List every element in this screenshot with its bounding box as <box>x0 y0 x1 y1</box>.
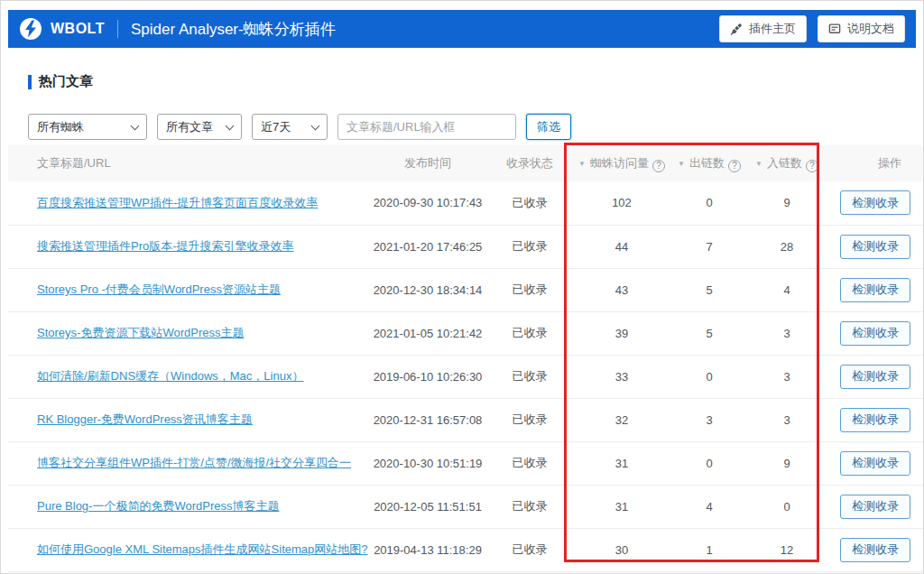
article-link-cell: 博客社交分享组件WP插件-打赏/点赞/微海报/社交分享四合一 <box>8 441 369 485</box>
table-row: 搜索推送管理插件Pro版本-提升搜索引擎收录效率2021-01-20 17:46… <box>8 225 924 268</box>
index-status: 已收录 <box>486 485 573 528</box>
outlinks-count: 4 <box>670 485 748 528</box>
check-index-button[interactable]: 检测收录 <box>840 408 910 432</box>
spider-visits: 33 <box>573 355 670 398</box>
check-index-button-cell: 检测收录 <box>826 485 924 528</box>
sort-desc-icon[interactable]: ▼ <box>755 160 762 168</box>
column-header-action: 操作 <box>826 145 924 181</box>
plugin-home-button[interactable]: 插件主页 <box>719 15 807 42</box>
help-icon[interactable]: ? <box>728 160 741 172</box>
article-link[interactable]: 如何使用Google XML Sitemaps插件生成网站Sitemap网站地图… <box>37 542 368 556</box>
article-link-cell: Storeys Pro -付费会员制WordPress资源站主题 <box>8 268 369 311</box>
outlinks-count: 3 <box>670 398 748 441</box>
column-header-index-status: 收录状态 <box>486 145 573 181</box>
search-input[interactable] <box>337 114 516 140</box>
column-label: 蜘蛛访问量 <box>590 156 649 170</box>
header-divider <box>117 20 118 38</box>
column-header-spider-visits[interactable]: ▼蜘蛛访问量? <box>573 145 670 181</box>
inlinks-count: 3 <box>748 398 826 441</box>
publish-date: 2021-01-05 10:21:42 <box>369 311 486 355</box>
plugin-title: Spider Analyser-蜘蛛分析插件 <box>131 19 336 40</box>
spider-visits: 39 <box>573 311 670 355</box>
inlinks-count: 3 <box>748 355 826 398</box>
article-link[interactable]: 百度搜索推送管理WP插件-提升博客页面百度收录效率 <box>37 196 318 209</box>
inlinks-count: 9 <box>748 441 826 485</box>
check-index-button-cell: 检测收录 <box>826 268 924 311</box>
inlinks-count: 9 <box>748 181 826 225</box>
articles-tbody: 百度搜索推送管理WP插件-提升博客页面百度收录效率2020-09-30 10:1… <box>8 181 924 571</box>
index-status: 已收录 <box>486 528 573 571</box>
check-index-button[interactable]: 检测收录 <box>840 495 910 519</box>
table-row: 如何清除/刷新DNS缓存（Windows，Mac，Linux）2019-06-1… <box>8 355 924 398</box>
article-link[interactable]: Storeys-免费资源下载站WordPress主题 <box>37 326 244 339</box>
table-row: 博客社交分享组件WP插件-打赏/点赞/微海报/社交分享四合一2020-10-30… <box>8 441 924 485</box>
table-row: Storeys Pro -付费会员制WordPress资源站主题2020-12-… <box>8 268 924 311</box>
spider-visits: 43 <box>573 268 670 311</box>
spider-visits: 32 <box>573 398 670 441</box>
outlinks-count: 0 <box>670 181 748 225</box>
article-link-cell: Storeys-免费资源下载站WordPress主题 <box>8 311 369 355</box>
check-index-button[interactable]: 检测收录 <box>840 190 910 215</box>
check-index-button-cell: 检测收录 <box>826 225 924 268</box>
hot-articles-table: 文章标题/URL 发布时间 收录状态 ▼蜘蛛访问量? ▼出链数? ▼入链数? 操… <box>8 145 916 572</box>
check-index-button[interactable]: 检测收录 <box>840 321 910 346</box>
index-status: 已收录 <box>486 268 573 311</box>
article-link[interactable]: 如何清除/刷新DNS缓存（Windows，Mac，Linux） <box>37 369 303 383</box>
section-heading: 热门文章 <box>28 73 93 90</box>
check-index-button-cell: 检测收录 <box>826 181 924 225</box>
check-index-button[interactable]: 检测收录 <box>840 451 910 476</box>
article-link-cell: 搜索推送管理插件Pro版本-提升搜索引擎收录效率 <box>8 225 369 268</box>
index-status: 已收录 <box>486 225 573 268</box>
sort-desc-icon[interactable]: ▼ <box>678 160 685 168</box>
spider-visits: 30 <box>573 528 670 571</box>
check-index-button-cell: 检测收录 <box>826 355 924 398</box>
article-type-select[interactable]: 所有文章 <box>157 114 242 140</box>
publish-date: 2020-10-30 10:51:19 <box>369 441 486 485</box>
publish-date: 2021-01-20 17:46:25 <box>369 225 486 268</box>
article-link[interactable]: Pure Blog-一个极简的免费WordPress博客主题 <box>37 499 279 513</box>
inlinks-count: 0 <box>748 485 826 528</box>
column-header-outlinks[interactable]: ▼出链数? <box>670 145 748 181</box>
spider-select[interactable]: 所有蜘蛛 <box>28 114 147 140</box>
outlinks-count: 7 <box>670 225 748 268</box>
article-link[interactable]: Storeys Pro -付费会员制WordPress资源站主题 <box>37 282 281 296</box>
docs-button[interactable]: 说明文档 <box>818 15 905 42</box>
article-link[interactable]: RK Blogger-免费WordPress资讯博客主题 <box>37 412 253 426</box>
check-index-button[interactable]: 检测收录 <box>840 538 910 562</box>
outlinks-count: 1 <box>670 528 748 571</box>
article-link-cell: 百度搜索推送管理WP插件-提升博客页面百度收录效率 <box>8 181 369 225</box>
column-header-publish-date: 发布时间 <box>369 145 486 181</box>
date-range-select[interactable]: 近7天 <box>252 114 328 140</box>
publish-date: 2019-06-10 10:26:30 <box>369 355 486 398</box>
help-icon[interactable]: ? <box>806 160 818 172</box>
sort-desc-icon[interactable]: ▼ <box>578 160 586 168</box>
spider-visits: 102 <box>573 181 670 225</box>
article-link[interactable]: 搜索推送管理插件Pro版本-提升搜索引擎收录效率 <box>37 239 294 253</box>
spider-analyser-page: WBOLT Spider Analyser-蜘蛛分析插件 插件主页 说明文档 热… <box>0 0 924 574</box>
publish-date: 2020-12-30 18:34:14 <box>369 268 486 311</box>
article-link-cell: RK Blogger-免费WordPress资讯博客主题 <box>8 398 369 441</box>
top-bar: WBOLT Spider Analyser-蜘蛛分析插件 插件主页 说明文档 <box>8 10 916 48</box>
column-header-inlinks[interactable]: ▼入链数? <box>748 145 826 181</box>
index-status: 已收录 <box>486 355 573 398</box>
check-index-button[interactable]: 检测收录 <box>840 278 910 302</box>
index-status: 已收录 <box>486 441 573 485</box>
publish-date: 2019-04-13 11:18:29 <box>369 528 486 571</box>
outlinks-count: 5 <box>670 268 748 311</box>
outlinks-count: 0 <box>670 441 748 485</box>
check-index-button-cell: 检测收录 <box>826 398 924 441</box>
check-index-button[interactable]: 检测收录 <box>840 365 910 389</box>
column-header-title: 文章标题/URL <box>8 145 369 181</box>
help-icon[interactable]: ? <box>652 160 665 172</box>
publish-date: 2020-09-30 10:17:43 <box>369 181 486 225</box>
index-status: 已收录 <box>486 311 573 355</box>
inlinks-count: 28 <box>748 225 826 268</box>
inlinks-count: 4 <box>748 268 826 311</box>
heading-accent-bar <box>28 75 32 89</box>
document-icon <box>828 23 841 35</box>
column-label: 入链数 <box>767 156 802 170</box>
check-index-button[interactable]: 检测收录 <box>840 235 910 259</box>
publish-date: 2020-12-31 16:57:08 <box>369 398 486 441</box>
article-link[interactable]: 博客社交分享组件WP插件-打赏/点赞/微海报/社交分享四合一 <box>37 456 351 469</box>
filter-button[interactable]: 筛选 <box>526 114 571 140</box>
